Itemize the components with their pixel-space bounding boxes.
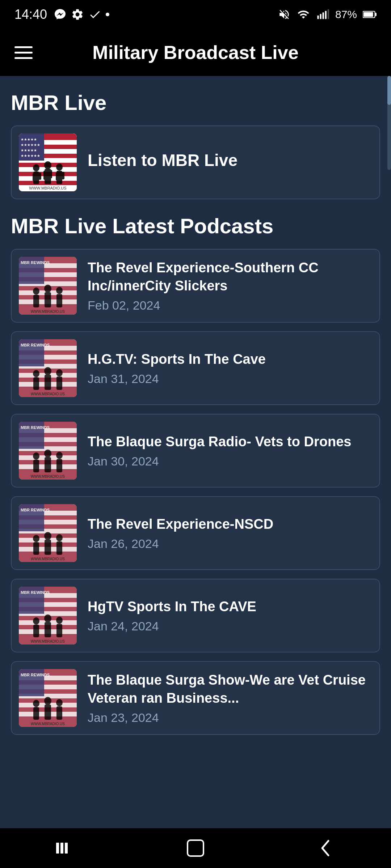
podcast-card-2[interactable]: MBR REWINDS WWW.MBRADIO.US The Blaque Su… [11,414,380,488]
svg-text:WWW.MBRADIO.US: WWW.MBRADIO.US [31,475,65,478]
bottom-nav [0,828,391,868]
svg-point-74 [33,452,39,460]
podcast-card-3[interactable]: MBR REWINDS WWW.MBRADIO.US The Revel Exp… [11,496,380,570]
svg-rect-0 [317,16,319,19]
svg-text:MBR REWINDS: MBR REWINDS [21,260,50,265]
svg-rect-132 [65,843,68,854]
svg-rect-63 [56,376,62,390]
podcast-card-1[interactable]: MBR REWINDS WWW.MBRADIO.US H.G.TV: Sport… [11,331,380,405]
svg-point-94 [56,534,63,541]
svg-rect-133 [188,840,203,856]
svg-rect-79 [56,459,62,472]
svg-point-29 [56,163,63,171]
podcast-date-5: Jan 23, 2024 [88,711,372,725]
back-button[interactable] [304,834,348,863]
svg-text:WWW.MBRADIO.US: WWW.MBRADIO.US [31,639,65,643]
hamburger-line-2 [14,52,33,54]
scrollbar-thumb[interactable] [387,76,391,105]
scrollbar[interactable] [387,76,391,170]
svg-rect-111 [56,624,62,637]
svg-text:WWW.MBRADIO.US: WWW.MBRADIO.US [31,310,65,314]
podcast-card-0[interactable]: MBR REWINDS WWW.MBRADIO.US The Revel Exp… [11,249,380,323]
svg-text:WWW.MBRADIO.US: WWW.MBRADIO.US [29,186,66,190]
podcast-info-4: HgTV Sports In The CAVE Jan 24, 2024 [88,598,372,633]
svg-rect-32 [62,172,64,179]
svg-rect-23 [33,173,35,181]
svg-text:MBR REWINDS: MBR REWINDS [21,425,50,430]
podcast-title-1: H.G.TV: Sports In The Cave [88,350,372,368]
home-icon [185,837,206,859]
live-thumbnail: ★★★★★★ ★★★★★ ★★★★★★ ★★★★★ [19,133,77,191]
svg-rect-91 [33,542,39,555]
home-button[interactable] [174,834,217,863]
podcast-title-5: The Blaque Surga Show-We are Vet Cruise … [88,671,372,707]
mute-icon [278,8,290,21]
svg-point-122 [33,700,39,707]
menu-button[interactable] [14,46,33,59]
svg-rect-3 [325,11,327,19]
status-time: 14:40 [14,7,47,22]
recent-apps-button[interactable] [43,834,87,863]
svg-point-25 [44,161,51,169]
app-title: Military Broadcast Live [92,42,298,63]
svg-rect-2 [323,12,324,19]
podcast-thumbnail-0: MBR REWINDS WWW.MBRADIO.US [19,257,77,315]
podcast-thumbnail-4: MBR REWINDS WWW.MBRADIO.US [19,587,77,644]
svg-rect-61 [45,375,51,390]
svg-point-44 [44,285,51,293]
svg-rect-47 [56,294,62,307]
svg-point-108 [44,614,51,622]
battery-level: 87% [335,8,357,21]
svg-text:WWW.MBRADIO.US: WWW.MBRADIO.US [31,557,65,561]
podcast-info-5: The Blaque Surga Show-We are Vet Cruise … [88,671,372,725]
podcast-thumbnail-2: MBR REWINDS WWW.MBRADIO.US [19,422,77,480]
podcast-date-2: Jan 30, 2024 [88,454,372,468]
svg-text:MBR REWINDS: MBR REWINDS [21,673,50,677]
podcast-info-2: The Blaque Surga Radio- Vets to Drones J… [88,433,372,468]
svg-text:MBR REWINDS: MBR REWINDS [21,508,50,512]
app-bar: Military Broadcast Live [0,29,391,76]
battery-icon [363,9,377,20]
svg-point-126 [56,699,63,706]
svg-rect-125 [45,705,51,720]
settings-icon [71,8,84,21]
podcast-info-1: H.G.TV: Sports In The Cave Jan 31, 2024 [88,350,372,386]
svg-text:WWW.MBRADIO.US: WWW.MBRADIO.US [31,392,65,396]
svg-rect-24 [38,173,41,180]
back-icon [317,837,335,859]
svg-rect-77 [45,457,51,472]
svg-rect-4 [328,9,329,19]
svg-rect-31 [56,173,59,180]
svg-rect-1 [320,14,321,19]
svg-text:★★★★★★: ★★★★★★ [21,154,40,158]
podcast-title-3: The Revel Experience-NSCD [88,515,372,533]
svg-point-92 [44,532,51,540]
svg-rect-59 [33,377,39,390]
podcast-info-0: The Revel Experience-Southern CC Inc/inn… [88,259,372,312]
svg-point-76 [44,450,51,458]
svg-rect-75 [33,460,39,472]
podcast-title-0: The Revel Experience-Southern CC Inc/inn… [88,259,372,295]
podcast-card-5[interactable]: MBR REWINDS WWW.MBRADIO.US The Blaque Su… [11,661,380,735]
podcast-title-2: The Blaque Surga Radio- Vets to Drones [88,433,372,451]
svg-point-124 [44,697,51,705]
svg-point-42 [33,288,39,295]
podcast-card-4[interactable]: MBR REWINDS WWW.MBRADIO.US HgTV Sports I… [11,579,380,652]
svg-point-21 [33,164,39,171]
status-left: 14:40 [14,7,109,22]
svg-rect-27 [43,171,47,180]
podcast-thumbnail-1: MBR REWINDS WWW.MBRADIO.US [19,339,77,397]
listen-live-card[interactable]: ★★★★★★ ★★★★★ ★★★★★★ ★★★★★ [11,125,380,199]
podcast-thumbnail-5: MBR REWINDS WWW.MBRADIO.US [19,669,77,727]
svg-text:★★★★★: ★★★★★ [21,148,37,152]
podcast-info-3: The Revel Experience-NSCD Jan 26, 2024 [88,515,372,551]
mbr-live-heading: MBR Live [11,90,380,115]
podcast-thumbnail-3: MBR REWINDS WWW.MBRADIO.US [19,504,77,562]
status-right: 87% [278,8,377,21]
svg-rect-109 [45,622,51,637]
svg-rect-93 [45,540,51,555]
svg-point-58 [33,370,39,377]
svg-rect-127 [56,706,62,720]
recent-apps-icon [54,839,76,857]
svg-rect-45 [45,292,51,307]
